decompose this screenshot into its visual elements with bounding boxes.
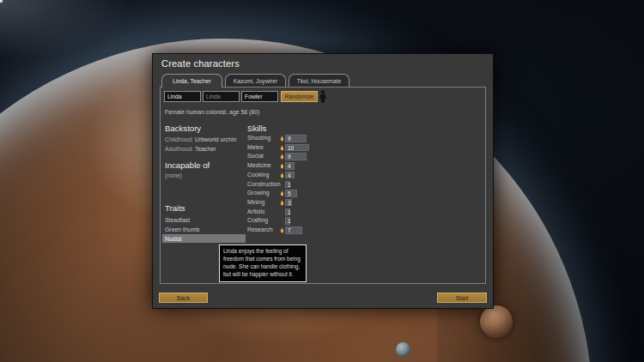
skill-label: Shooting [247,135,270,141]
skill-label: Medicine [247,162,271,168]
skill-label: Mining [247,199,264,205]
character-panel: Randomize Female human colonist, age 58 … [160,87,486,284]
skill-value: 1 [288,182,291,188]
trait-tooltip: Linda enjoys the feeling of freedom that… [219,244,307,282]
passion-flame-icon [280,163,284,169]
passion-flame-icon [280,172,284,178]
start-button[interactable]: Start [437,293,487,303]
passion-flame-icon [280,145,284,151]
nickname-input[interactable] [203,91,240,102]
skill-value: 5 [288,190,291,196]
skill-label: Construction [247,181,281,187]
back-button[interactable]: Back [159,293,208,303]
skill-label: Growing [247,190,270,196]
skill-value: 4 [288,163,291,169]
skill-label: Cooking [247,172,269,178]
skill-label: Crafting [247,217,268,223]
passion-flame-icon [280,200,284,206]
moon-red [480,305,513,338]
skill-value: 9 [288,154,291,160]
backstory-row: Childhood:Urbworld urchin [165,136,193,142]
incapable-heading: Incapable of [165,160,210,170]
moon-gray [396,342,410,357]
skill-value: 1 [288,218,291,224]
last-name-input[interactable] [241,91,278,102]
character-tab[interactable]: Kazumi, Joywirer [225,74,286,87]
skills-heading: Skills [247,124,266,133]
skill-label: Melee [247,144,264,150]
passion-flame-icon [280,154,284,160]
passion-flame-icon [280,136,284,142]
colonist-summary: Female human colonist, age 58 (80) [165,109,259,115]
backstory-label: Adulthood: [165,146,193,152]
star [0,0,2,2]
skill-value: 3 [288,200,291,206]
character-tab[interactable]: Tkoi, Housemate [289,74,349,87]
character-tab[interactable]: Linda, Teacher [161,74,222,87]
trait-item[interactable]: Steadfast [162,215,246,224]
skill-value: 9 [288,136,291,142]
skill-label: Artistic [247,208,265,214]
traits-heading: Traits [165,203,185,213]
skill-label: Research [247,226,273,232]
skill-value: 10 [288,145,294,151]
skill-value: 7 [288,227,291,233]
backstory-value: Teacher [195,146,216,152]
create-characters-dialog: Create characters Linda, TeacherKazumi, … [152,53,494,309]
backstory-row: Adulthood:Teacher [165,146,193,152]
backstory-label: Childhood: [165,136,193,142]
backstory-heading: Backstory [165,124,201,133]
dialog-title: Create characters [161,58,240,69]
first-name-input[interactable] [164,91,201,102]
incapable-value: (none) [165,172,182,178]
passion-flame-icon [280,227,284,233]
backstory-value: Urbworld urchin [195,136,236,142]
passion-flame-icon [280,190,284,196]
randomize-button[interactable]: Randomize [281,91,318,102]
skill-value: 1 [288,209,291,215]
trait-item[interactable]: Green thumb [162,225,246,233]
character-tabs: Linda, TeacherKazumi, JoywirerTkoi, Hous… [161,74,349,87]
skill-label: Social [247,153,264,159]
skill-value: 4 [288,172,291,178]
trait-item[interactable]: Nudist [162,234,246,243]
game-screen: Create characters Linda, TeacherKazumi, … [0,0,644,362]
colonist-body-icon [319,90,327,103]
